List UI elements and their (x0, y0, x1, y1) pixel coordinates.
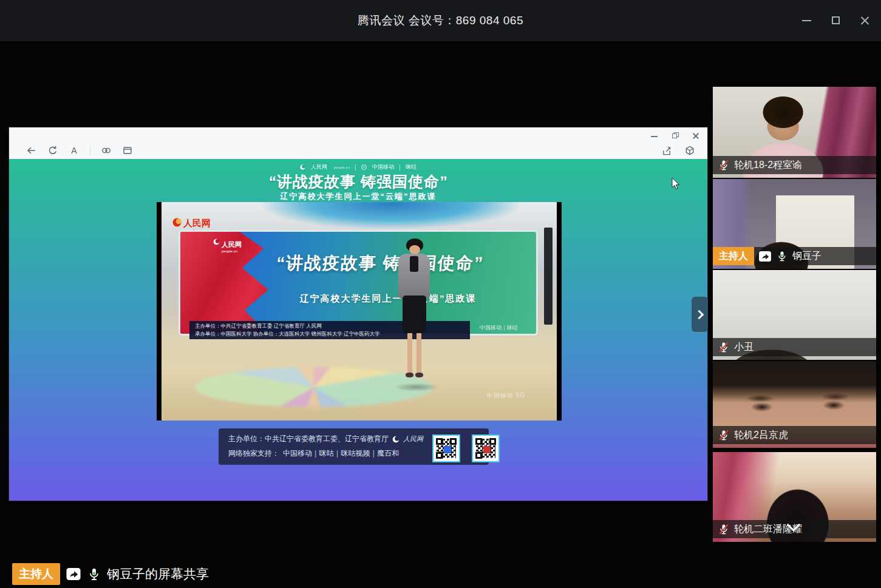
mouse-cursor (672, 178, 681, 191)
minimize-icon (802, 20, 811, 21)
sidebar-expand-button[interactable] (692, 297, 708, 332)
presenter-shirt (410, 256, 418, 272)
maximize-button[interactable] (830, 15, 842, 27)
font-size-label: A (71, 146, 77, 155)
cursor-arrow-icon (672, 178, 681, 191)
footer-line2-label: 网络独家支持： (228, 448, 279, 459)
people-logo-icon (172, 218, 182, 227)
china-mobile-logo-icon (361, 164, 367, 170)
participant-name: 轮机2吕京虎 (734, 429, 788, 442)
qr-code (472, 434, 500, 462)
share-page-button[interactable] (661, 145, 672, 156)
screen-title: “讲战疫故事 铸强国使命” (226, 252, 533, 275)
participant-name: 钢豆子 (792, 250, 821, 263)
maximize-icon (832, 16, 840, 24)
china-mobile-5g-watermark: 中国移动 5G (487, 391, 525, 400)
qr-corner (475, 438, 482, 445)
screen-subtitle: 辽宁高校大学生同上一堂“云端”思政课 (247, 293, 529, 305)
qr-corner (475, 452, 482, 459)
presenter-leg (407, 333, 412, 374)
chevron-right-icon (694, 309, 704, 319)
extensions-button[interactable] (684, 145, 695, 156)
qr-corner (450, 438, 457, 445)
screen-people-logo: 人民网 people.cn (213, 238, 242, 253)
browser-toolbar-right (661, 143, 695, 158)
share-export-icon (661, 145, 672, 157)
browser-toolbar: A (26, 143, 133, 158)
participant-name-bar: 轮机2吕京虎 (713, 426, 876, 444)
restore-icon (672, 133, 677, 138)
host-badge: 主持人 (713, 247, 754, 265)
presenter-face (409, 245, 420, 254)
studio-led-screen: 人民网 people.cn “讲战疫故事 铸强国使命” 辽宁高校大学生同上一堂“… (179, 230, 538, 336)
host-badge: 主持人 (12, 563, 60, 585)
participant-tile[interactable]: 小丑 (713, 270, 876, 360)
people-logo-icon (300, 164, 305, 170)
meeting-title: 腾讯会议 会议号：869 084 065 (0, 0, 881, 41)
participant-tile[interactable]: 主持人 钢豆子 (713, 179, 876, 269)
screen-share-icon (758, 251, 772, 262)
participant-name: 轮机18-2程室谕 (734, 159, 802, 172)
browser-restore-button[interactable] (671, 132, 679, 140)
presenter-shadow (393, 383, 440, 391)
panel-icon (122, 145, 133, 156)
window-controls (801, 0, 871, 41)
participant-name-bar: 小丑 (713, 338, 876, 356)
mic-muted-icon (718, 341, 730, 353)
presenter-shoe (415, 373, 423, 377)
mic-on-icon (776, 250, 788, 262)
participant-name-bar: 主持人 钢豆子 (713, 247, 876, 265)
cube-icon (684, 145, 695, 157)
people-logo-label: 人民网 (183, 218, 211, 228)
shared-browser-window: A 人民网 people.cn 中 (9, 127, 707, 501)
page-subtitle: 辽宁高校大学生同上一堂“云端”思政课 (9, 191, 707, 202)
participant-tile[interactable]: 轮机18-2程室谕 (713, 87, 876, 178)
webpage-content: 人民网 people.cn 中国移动 咪咕 “讲战疫故事 铸强国使命” 辽宁高校… (9, 159, 707, 501)
participant-tile[interactable]: 轮机二班潘隆耀 (713, 452, 876, 542)
browser-close-button[interactable] (692, 132, 700, 140)
logo-divider (400, 164, 400, 171)
meeting-window: 腾讯会议 会议号：869 084 065 A (0, 0, 881, 588)
screen-share-icon (66, 567, 81, 581)
presenter-skirt (403, 296, 426, 334)
migu-logo-label: 咪咕 (406, 163, 417, 171)
footer-line1: 主办单位：中共辽宁省委教育工委、辽宁省教育厅 (228, 434, 389, 444)
toolbar-divider (90, 146, 90, 155)
browser-window-controls (650, 132, 700, 140)
mic-muted-icon (718, 159, 730, 171)
title-bar: 腾讯会议 会议号：869 084 065 (0, 0, 881, 41)
qr-corner (436, 438, 443, 445)
link-icon (101, 145, 112, 156)
close-button[interactable] (859, 15, 871, 27)
reading-mode-button[interactable] (122, 145, 133, 156)
font-size-button[interactable]: A (69, 145, 80, 156)
side-monitor (544, 228, 553, 325)
refresh-button[interactable] (47, 145, 58, 156)
footer-line1-logo: 人民网 (403, 434, 423, 444)
participant-tile[interactable]: 轮机2吕京虎 (713, 361, 876, 448)
browser-minimize-button[interactable] (650, 132, 659, 140)
qr-corner (489, 438, 496, 445)
presenter-shoe (406, 373, 413, 377)
mic-on-icon (87, 567, 101, 581)
share-status-bar: 主持人 钢豆子的屏幕共享 (12, 563, 209, 585)
studio-scene: 人民网 people.cn 人民网 people.cn (162, 202, 557, 421)
participant-name: 小丑 (734, 341, 753, 354)
people-logo-label: 人民网 (222, 241, 242, 248)
back-arrow-icon (26, 145, 37, 156)
mic-muted-icon (718, 523, 730, 535)
live-video-player[interactable]: 人民网 people.cn 人民网 people.cn (157, 202, 562, 421)
mic-muted-icon (718, 429, 730, 441)
qr-corner (436, 452, 443, 459)
people-logo-icon (392, 436, 400, 443)
link-button[interactable] (101, 145, 112, 156)
qr-code (432, 434, 460, 462)
qr-center-logo (483, 446, 491, 453)
minimize-button[interactable] (801, 15, 813, 27)
screen-brand-logos: 中国移动｜咪咕 (480, 324, 518, 332)
back-button[interactable] (26, 145, 37, 156)
footer-line2-brands: 中国移动｜咪咕｜咪咕视频｜魔百和 (283, 448, 399, 459)
share-status-text: 钢豆子的屏幕共享 (107, 566, 209, 583)
participant-name-bar: 轮机18-2程室谕 (713, 156, 876, 174)
page-logo-row: 人民网 people.cn 中国移动 咪咕 (9, 163, 707, 171)
